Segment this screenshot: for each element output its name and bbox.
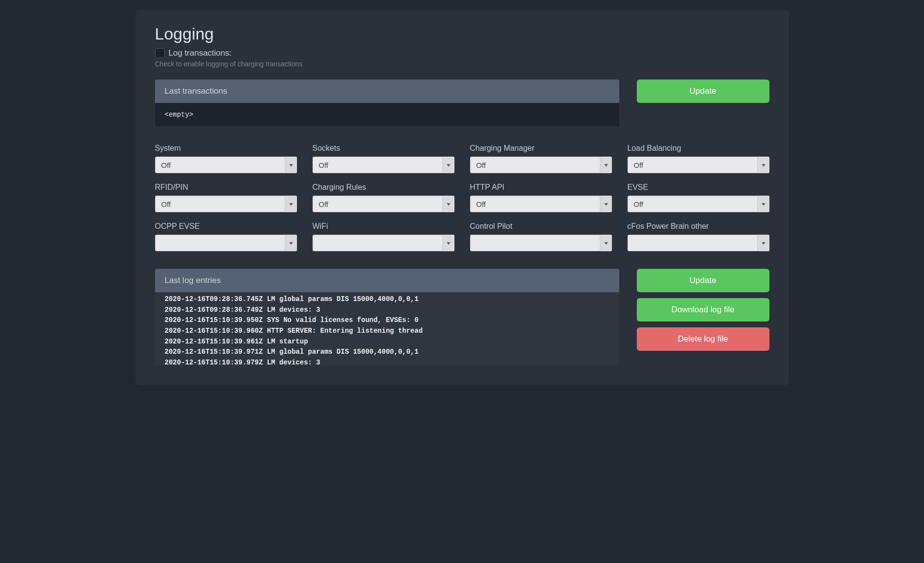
select-wrap: Off [155, 196, 297, 212]
log-level-label: OCPP EVSE [155, 222, 297, 231]
log-level-cell: Control Pilot [470, 222, 612, 251]
log-level-cell: RFID/PINOff [155, 183, 297, 212]
log-transactions-row: Log transactions: [155, 48, 769, 58]
last-transactions-card: Last transactions <empty> [155, 80, 619, 126]
select-wrap [470, 235, 612, 251]
log-level-cell: Load BalancingOff [628, 144, 769, 173]
select-wrap: Off [155, 157, 297, 173]
log-level-cell: EVSEOff [628, 183, 769, 212]
log-level-label: Control Pilot [470, 222, 612, 231]
log-level-label: EVSE [628, 183, 769, 192]
select-wrap: Off [470, 157, 612, 173]
log-level-cell: cFos Power Brain other [628, 222, 769, 251]
download-log-button[interactable]: Download log file [637, 298, 769, 322]
select-wrap: Off [313, 157, 454, 173]
log-level-select[interactable]: Off [470, 196, 612, 212]
log-level-cell: Charging ManagerOff [470, 144, 612, 173]
select-wrap: Off [628, 157, 769, 173]
log-level-select[interactable] [313, 235, 454, 251]
log-level-select[interactable] [470, 235, 612, 251]
log-level-cell: OCPP EVSE [155, 222, 297, 251]
log-level-select[interactable] [155, 235, 297, 251]
log-level-cell: HTTP APIOff [470, 183, 612, 212]
log-level-select[interactable]: Off [313, 196, 454, 212]
select-wrap [628, 235, 769, 251]
log-level-cell: WiFi [313, 222, 454, 251]
last-log-header: Last log entries [155, 269, 619, 292]
last-log-body[interactable]: 2020-12-16T09:28:36.745Z LM global param… [155, 292, 619, 365]
log-level-select[interactable]: Off [155, 196, 297, 212]
log-level-select[interactable]: Off [628, 157, 769, 173]
log-level-select[interactable]: Off [470, 157, 612, 173]
log-level-cell: SocketsOff [313, 144, 454, 173]
log-level-grid: SystemOffSocketsOffCharging ManagerOffLo… [155, 144, 769, 251]
select-wrap: Off [470, 196, 612, 212]
log-level-label: System [155, 144, 297, 153]
log-level-label: Sockets [313, 144, 454, 153]
last-transactions-header: Last transactions [155, 80, 619, 103]
log-level-label: HTTP API [470, 183, 612, 192]
select-wrap: Off [313, 196, 454, 212]
log-level-cell: Charging RulesOff [313, 183, 454, 212]
log-level-label: Charging Rules [313, 183, 454, 192]
log-level-label: WiFi [313, 222, 454, 231]
log-level-cell: SystemOff [155, 144, 297, 173]
logging-panel: Logging Log transactions: Check to enabl… [136, 10, 789, 385]
log-level-label: cFos Power Brain other [628, 222, 769, 231]
select-wrap [155, 235, 297, 251]
log-transactions-help: Check to enable logging of charging tran… [155, 60, 769, 68]
last-transactions-body: <empty> [155, 103, 619, 126]
log-transactions-checkbox[interactable] [155, 48, 165, 58]
log-level-label: Load Balancing [628, 144, 769, 153]
log-level-select[interactable] [628, 235, 769, 251]
update-log-button[interactable]: Update [637, 269, 769, 292]
log-transactions-label: Log transactions: [169, 48, 232, 58]
page-title: Logging [155, 24, 769, 43]
log-level-select[interactable]: Off [155, 157, 297, 173]
select-wrap [313, 235, 454, 251]
update-transactions-button[interactable]: Update [637, 80, 769, 103]
log-level-select[interactable]: Off [628, 196, 769, 212]
log-level-label: Charging Manager [470, 144, 612, 153]
log-level-select[interactable]: Off [313, 157, 454, 173]
delete-log-button[interactable]: Delete log file [637, 327, 769, 351]
last-log-card: Last log entries 2020-12-16T09:28:36.745… [155, 269, 619, 365]
select-wrap: Off [628, 196, 769, 212]
log-level-label: RFID/PIN [155, 183, 297, 192]
